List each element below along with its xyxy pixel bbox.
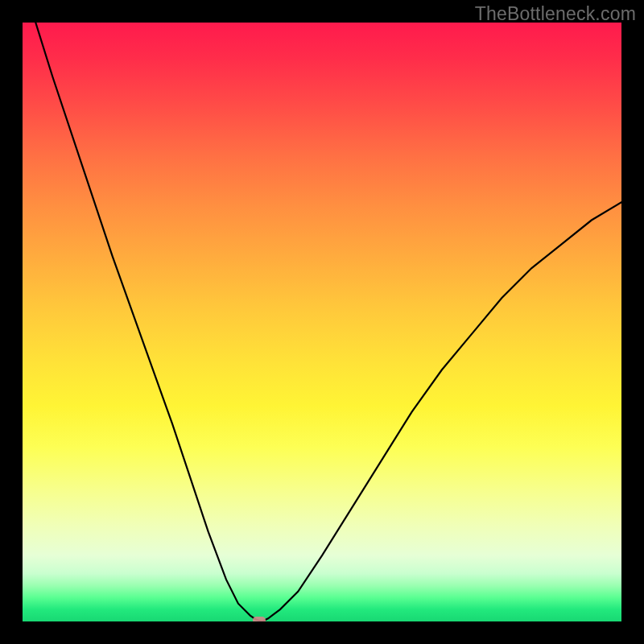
curve-svg bbox=[23, 23, 621, 621]
optimal-marker bbox=[253, 617, 266, 621]
bottleneck-curve-path bbox=[23, 23, 621, 621]
chart-frame: TheBottleneck.com bbox=[0, 0, 644, 644]
plot-area bbox=[23, 23, 621, 621]
watermark-text: TheBottleneck.com bbox=[475, 3, 636, 25]
